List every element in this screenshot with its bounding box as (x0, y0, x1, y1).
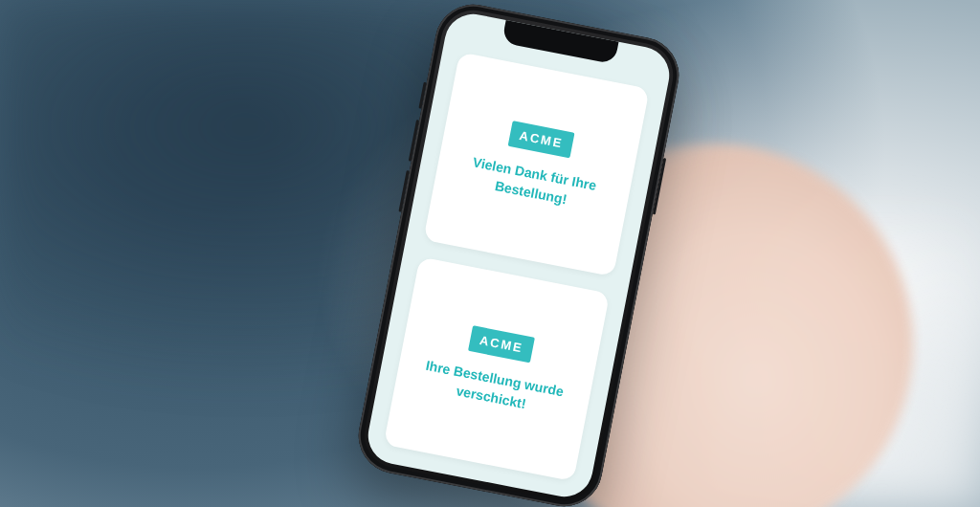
card-message: Ihre Bestellung wurde verschickt! (410, 354, 576, 422)
notification-card-order-thanks[interactable]: ACME Vielen Dank für Ihre Bestellung! (423, 52, 649, 276)
brand-logo: ACME (468, 325, 535, 363)
scene-background: ACME Vielen Dank für Ihre Bestellung! AC… (0, 0, 980, 507)
card-message: Vielen Dank für Ihre Bestellung! (449, 149, 615, 217)
brand-logo: ACME (507, 121, 574, 158)
notification-card-order-shipped[interactable]: ACME Ihre Bestellung wurde verschickt! (384, 256, 610, 481)
